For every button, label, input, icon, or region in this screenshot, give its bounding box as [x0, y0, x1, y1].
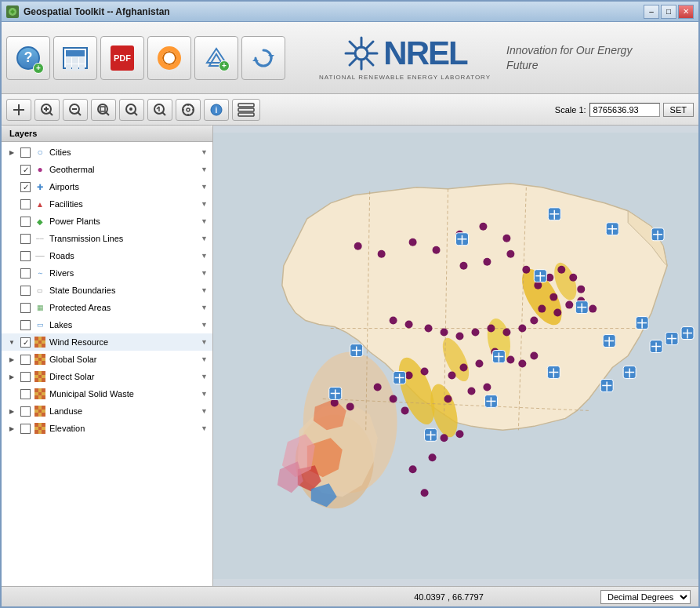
layer-item-direct-solar[interactable]: ▶ Direct Solar ▼ [2, 368, 212, 385]
table-button[interactable] [53, 36, 97, 80]
arrow-landuse[interactable]: ▼ [201, 407, 208, 415]
expand-power-plants[interactable] [6, 216, 17, 227]
checkbox-airports[interactable] [20, 182, 31, 192]
layer-item-protected-areas[interactable]: ▦ Protected Areas ▼ [2, 299, 212, 316]
layer-item-municipal-waste[interactable]: Municipal Solid Waste ▼ [2, 385, 212, 402]
layer-item-state-boundaries[interactable]: ▭ State Boundaries ▼ [2, 282, 212, 299]
map-area[interactable] [213, 126, 698, 586]
layer-item-global-solar[interactable]: ▶ Global Solar ▼ [2, 351, 212, 368]
add-layer-button[interactable]: + [194, 36, 238, 80]
svg-rect-81 [38, 395, 42, 399]
expand-wind-resource[interactable]: ▼ [6, 337, 17, 348]
layer-item-geothermal[interactable]: ● Geothermal ▼ [2, 161, 212, 178]
checkbox-facilities[interactable] [20, 199, 31, 209]
expand-lakes[interactable] [6, 319, 17, 330]
svg-rect-64 [34, 371, 38, 375]
checkbox-global-solar[interactable] [20, 355, 31, 365]
svg-rect-60 [34, 361, 38, 365]
status-bar: 40.0397 , 66.7797 Decimal Degrees DMS UT… [2, 586, 698, 606]
expand-transmission[interactable] [6, 233, 17, 244]
checkbox-direct-solar[interactable] [20, 372, 31, 382]
expand-state-boundaries[interactable] [6, 285, 17, 296]
checkbox-state-boundaries[interactable] [20, 286, 31, 296]
arrow-transmission[interactable]: ▼ [201, 235, 208, 242]
maximize-button[interactable]: □ [661, 5, 676, 19]
expand-protected-areas[interactable] [6, 302, 17, 313]
info-button[interactable]: i [204, 99, 229, 121]
arrow-roads[interactable]: ▼ [201, 252, 208, 260]
expand-airports[interactable] [6, 181, 17, 192]
arrow-lakes[interactable]: ▼ [201, 321, 208, 329]
layer-item-lakes[interactable]: ▭ Lakes ▼ [2, 316, 212, 333]
layer-item-rivers[interactable]: ～ Rivers ▼ [2, 264, 212, 282]
lifesaver-button[interactable] [147, 36, 191, 80]
arrow-power-plants[interactable]: ▼ [201, 217, 208, 225]
arrow-global-solar[interactable]: ▼ [201, 355, 208, 363]
expand-municipal-waste[interactable] [6, 388, 17, 399]
svg-point-154 [459, 363, 467, 371]
svg-line-21 [78, 112, 82, 115]
minimize-button[interactable]: – [644, 5, 659, 19]
expand-cities[interactable]: ▶ [6, 147, 17, 158]
svg-point-127 [522, 266, 530, 274]
layer-item-facilities[interactable]: ▲ Facilities ▼ [2, 195, 212, 213]
zoom-prev-button[interactable] [147, 99, 172, 121]
scale-input[interactable] [589, 103, 660, 117]
checkbox-geothermal[interactable] [20, 165, 31, 175]
pan-add-button[interactable] [6, 99, 31, 121]
checkbox-landuse[interactable] [20, 406, 31, 417]
checkbox-roads[interactable] [20, 251, 31, 261]
layer-item-transmission[interactable]: ╌╌ Transmission Lines ▼ [2, 230, 212, 247]
expand-elevation[interactable]: ▶ [6, 423, 17, 434]
help-button[interactable]: ? + [6, 36, 50, 80]
checkbox-wind-resource[interactable] [20, 337, 31, 348]
arrow-wind-resource[interactable]: ▼ [201, 338, 208, 346]
arrow-airports[interactable]: ▼ [201, 183, 208, 191]
zoom-in-button[interactable] [34, 99, 60, 121]
checkbox-lakes[interactable] [20, 320, 31, 330]
arrow-geothermal[interactable]: ▼ [201, 166, 208, 173]
refresh-button[interactable] [241, 36, 285, 80]
expand-facilities[interactable] [6, 198, 17, 209]
checkbox-protected-areas[interactable] [20, 303, 31, 313]
checkbox-rivers[interactable] [20, 268, 31, 279]
expand-geothermal[interactable] [6, 164, 17, 175]
arrow-facilities[interactable]: ▼ [201, 200, 208, 208]
arrow-cities[interactable]: ▼ [201, 148, 208, 156]
checkbox-transmission[interactable] [20, 234, 31, 244]
checkbox-cities[interactable] [20, 147, 31, 158]
layer-item-roads[interactable]: ── Roads ▼ [2, 247, 212, 264]
svg-rect-89 [42, 410, 45, 413]
layers-view-button[interactable] [232, 99, 260, 121]
layer-item-landuse[interactable]: ▶ Landuse ▼ [2, 402, 212, 420]
layer-item-elevation[interactable]: ▶ Elevation ▼ [2, 420, 212, 437]
checkbox-municipal-waste[interactable] [20, 389, 31, 399]
layer-item-airports[interactable]: ✚ Airports ▼ [2, 178, 212, 195]
expand-landuse[interactable]: ▶ [6, 406, 17, 417]
svg-point-145 [441, 329, 448, 337]
expand-roads[interactable] [6, 250, 17, 261]
expand-rivers[interactable] [6, 268, 17, 279]
arrow-state-boundaries[interactable]: ▼ [201, 286, 208, 294]
layer-item-power-plants[interactable]: ◆ Power Plants ▼ [2, 213, 212, 230]
zoom-out-button[interactable] [63, 99, 88, 121]
zoom-rect-button[interactable] [91, 99, 116, 121]
arrow-direct-solar[interactable]: ▼ [201, 373, 208, 380]
expand-global-solar[interactable]: ▶ [6, 354, 17, 365]
arrow-protected-areas[interactable]: ▼ [201, 304, 208, 311]
arrow-elevation[interactable]: ▼ [201, 424, 208, 432]
layers-tab[interactable]: Layers [2, 126, 212, 142]
layer-item-wind-resource[interactable]: ▼ Wind Resource ▼ [2, 333, 212, 351]
zoom-full-button[interactable] [119, 99, 144, 121]
pan-button[interactable] [176, 99, 201, 121]
close-button[interactable]: ✕ [678, 5, 694, 19]
pdf-button[interactable]: PDF [100, 36, 144, 80]
arrow-municipal-waste[interactable]: ▼ [201, 390, 208, 398]
set-scale-button[interactable]: SET [663, 103, 694, 117]
checkbox-elevation[interactable] [20, 424, 31, 434]
expand-direct-solar[interactable]: ▶ [6, 371, 17, 382]
arrow-rivers[interactable]: ▼ [201, 269, 208, 277]
units-select[interactable]: Decimal Degrees DMS UTM [600, 590, 691, 604]
layer-item-cities[interactable]: ▶ ○ Cities ▼ [2, 144, 212, 161]
checkbox-power-plants[interactable] [20, 217, 31, 227]
